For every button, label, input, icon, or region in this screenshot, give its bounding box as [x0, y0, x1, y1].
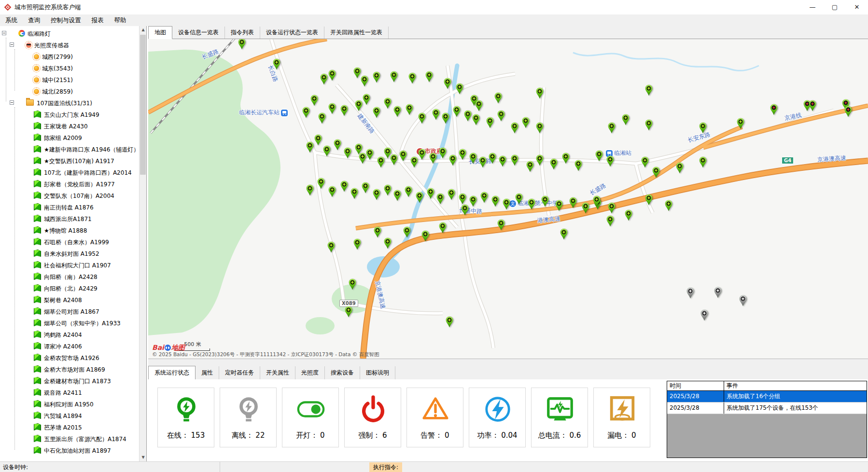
map-pin-online[interactable] [320, 73, 328, 85]
map-pin-offline[interactable] [700, 309, 708, 321]
map-pin-online[interactable] [442, 112, 449, 124]
map-pin-online[interactable] [436, 193, 444, 205]
map-pin-online[interactable] [608, 122, 616, 134]
tree-device-7[interactable]: 交警队东（107南）A2004 [0, 190, 139, 201]
map-pin-online[interactable] [536, 154, 544, 166]
map-pin-online[interactable] [456, 83, 463, 95]
tree-device-17[interactable]: 烟草公司对面 A1867 [0, 305, 139, 317]
map-pin-alarm[interactable] [770, 104, 778, 115]
scroll-down-icon[interactable]: ▼ [140, 454, 147, 461]
map-pin-online[interactable] [439, 147, 447, 159]
map-pin-online[interactable] [641, 156, 649, 168]
close-button[interactable]: ✕ [846, 0, 868, 14]
map-pin-online[interactable] [699, 122, 707, 134]
map-pin-online[interactable] [318, 112, 326, 124]
map-pin-online[interactable] [416, 192, 423, 203]
tree-device-18[interactable]: 烟草公司（求知中学）A1933 [0, 317, 139, 329]
tree-device-26[interactable]: 汽贸城 A1894 [0, 410, 139, 421]
map-pin-online[interactable] [472, 114, 480, 125]
map-pin-online[interactable] [302, 107, 310, 118]
menu-item-1[interactable]: 查询 [23, 14, 45, 27]
map-pin-online[interactable] [562, 153, 570, 164]
map-pin-online[interactable] [665, 200, 672, 211]
map-pin-online[interactable] [528, 198, 535, 210]
map-pin-online[interactable] [432, 109, 440, 120]
map-pin-online[interactable] [238, 39, 246, 50]
map-pin-online[interactable] [317, 178, 325, 189]
menu-item-0[interactable]: 系统 [0, 14, 23, 27]
map-tab-3[interactable]: 设备运行状态一览表 [260, 27, 324, 39]
tree-device-28[interactable]: 五里派出所（富源汽配）A1874 [0, 433, 139, 444]
tree-device-13[interactable]: 社会福利院大门口 A1907 [0, 259, 139, 271]
map-pin-online[interactable] [418, 149, 426, 160]
map-tab-2[interactable]: 指令列表 [225, 27, 260, 39]
device-tree[interactable]: 临湘路灯光照度传感器城西(2799)城东(3543)城中(2151)城北(285… [0, 26, 139, 461]
map-pin-online[interactable] [606, 215, 614, 227]
maximize-button[interactable]: ▢ [824, 0, 846, 14]
map-pin-online[interactable] [399, 150, 407, 162]
map-pin-online[interactable] [349, 278, 356, 290]
tree-device-6[interactable]: 彭家巷（党校后面）A1977 [0, 178, 139, 190]
map-pin-online[interactable] [699, 156, 707, 168]
map-tab-1[interactable]: 设备信息一览表 [172, 27, 225, 39]
event-log[interactable]: 时间事件2025/3/28 12:15:08系统加载了16个分组2025/3/2… [667, 381, 867, 458]
map-canvas[interactable]: 长盛路长白路建新南路长安中路长安东路京港线京港澳高速长盛中路长盛路港澳高速京港澳… [148, 39, 868, 359]
tree-sensor-2[interactable]: 城中(2151) [0, 74, 139, 85]
menu-item-3[interactable]: 报表 [86, 14, 109, 27]
map-pin-online[interactable] [503, 198, 510, 210]
map-pin-online[interactable] [480, 192, 488, 203]
map-pin-online[interactable] [306, 184, 314, 196]
map-pin-online[interactable] [595, 150, 603, 162]
tree-device-22[interactable]: 金桥大市场对面 A1869 [0, 363, 139, 375]
tree-root[interactable]: 临湘路灯 [0, 28, 139, 39]
tree-device-24[interactable]: 观音路 A2411 [0, 387, 139, 398]
panel-tab-6[interactable]: 图标说明 [360, 366, 395, 379]
map-pin-online[interactable] [676, 162, 684, 174]
tree-group-sensors[interactable]: 光照度传感器 [0, 39, 139, 51]
map-pin-online[interactable] [541, 195, 549, 207]
map-pin-online[interactable] [353, 238, 361, 250]
map-pin-online[interactable] [373, 107, 380, 118]
map-pin-online[interactable] [421, 230, 429, 242]
tree-device-3[interactable]: ★建新中路路口东 A1946（辅道灯） [0, 143, 139, 155]
tree-device-25[interactable]: 福利院对面 A1950 [0, 398, 139, 410]
panel-tab-5[interactable]: 搜索设备 [325, 366, 360, 379]
map-tab-0[interactable]: 地图 [148, 26, 172, 39]
tree-device-0[interactable]: 五尖山大门东 A1949 [0, 109, 139, 120]
map-pin-online[interactable] [536, 122, 544, 134]
map-pin-online[interactable] [427, 188, 434, 199]
map-pin-online[interactable] [569, 197, 577, 208]
scroll-up-icon[interactable]: ▲ [140, 26, 147, 34]
map-pin-online[interactable] [406, 104, 413, 115]
tree-group-devices[interactable]: 107国道沿线(31/31) [0, 97, 139, 109]
map-pin-online[interactable] [340, 105, 348, 116]
map-pin-online[interactable] [606, 155, 614, 167]
map-pin-online[interactable] [511, 122, 518, 134]
expander-icon[interactable] [10, 100, 14, 105]
map-pin-online[interactable] [410, 156, 418, 168]
map-pin-online[interactable] [608, 202, 616, 214]
map-pin-online[interactable] [408, 72, 416, 84]
map-pin-online[interactable] [446, 316, 453, 328]
tree-device-16[interactable]: 梨树巷 A2408 [0, 294, 139, 305]
map-pin-online[interactable] [366, 149, 374, 160]
tree-device-11[interactable]: 石咀桥（自来水）A1999 [0, 236, 139, 248]
tree-device-10[interactable]: ★博物馆 A1888 [0, 224, 139, 236]
panel-tab-3[interactable]: 开关属性 [260, 366, 295, 379]
tree-device-29[interactable]: 中石化加油站对面 A1897 [0, 444, 139, 456]
panel-tab-4[interactable]: 光照度 [295, 366, 325, 379]
map-pin-online[interactable] [384, 237, 392, 249]
map-pin-online[interactable] [373, 189, 380, 200]
map-pin-online[interactable] [449, 154, 457, 166]
map-pin-online[interactable] [494, 92, 502, 104]
tree-device-2[interactable]: 陈家组 A2009 [0, 132, 139, 143]
panel-tab-2[interactable]: 定时器任务 [219, 366, 260, 379]
panel-tab-0[interactable]: 系统运行状态 [148, 366, 196, 380]
map-pin-online[interactable] [340, 180, 348, 192]
map-pin-online[interactable] [363, 94, 370, 105]
map-pin-online[interactable] [361, 75, 368, 87]
map-pin-online[interactable] [345, 306, 352, 318]
map-pin-online[interactable] [515, 193, 523, 205]
map-pin-online[interactable] [550, 158, 558, 170]
map-pin-online[interactable] [645, 119, 653, 131]
